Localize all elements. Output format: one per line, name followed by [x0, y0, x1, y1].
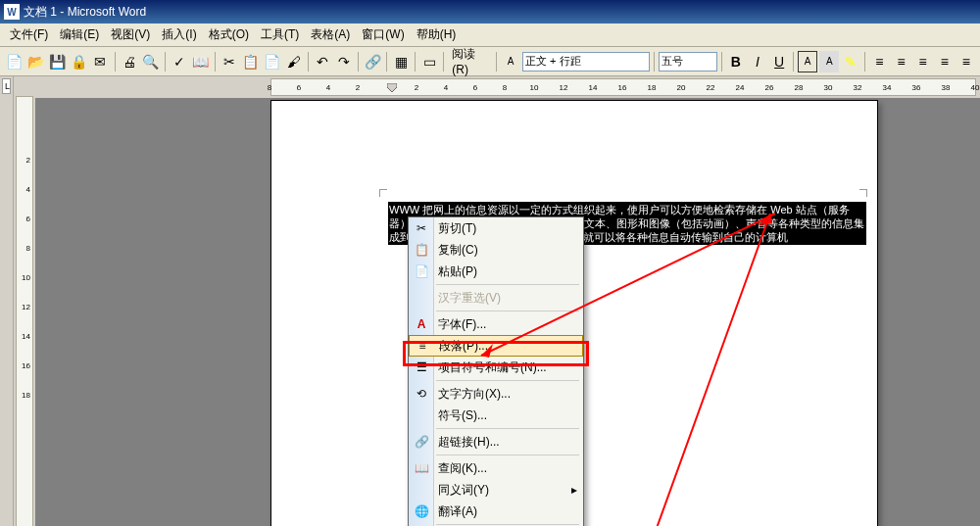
- margin-marker: [859, 189, 867, 197]
- cm-separator: [436, 380, 579, 381]
- cm-translate-label: 翻译(A): [438, 503, 477, 520]
- mail-button[interactable]: ✉: [90, 51, 110, 72]
- save-button[interactable]: 💾: [47, 51, 67, 72]
- translate-icon: 🌐: [413, 503, 430, 519]
- menu-insert[interactable]: 插入(I): [156, 24, 202, 45]
- font-size-select[interactable]: [659, 52, 717, 72]
- redo-button[interactable]: ↷: [334, 51, 354, 72]
- scissors-icon: ✂: [413, 220, 430, 236]
- cm-synonyms-label: 同义词(Y): [438, 482, 489, 499]
- char-border-button[interactable]: A: [798, 51, 817, 72]
- separator: [793, 52, 794, 72]
- cm-symbol-label: 符号(S)...: [438, 407, 487, 424]
- separator: [496, 52, 497, 72]
- menu-view[interactable]: 视图(V): [105, 24, 156, 45]
- cm-textdir-label: 文字方向(X)...: [438, 386, 511, 403]
- print-button[interactable]: 🖨: [119, 51, 138, 72]
- italic-button[interactable]: I: [748, 51, 767, 72]
- cm-translate[interactable]: 🌐 翻译(A): [409, 501, 583, 522]
- bullets-icon: ☰: [413, 359, 430, 375]
- preview-button[interactable]: 🔍: [141, 51, 161, 72]
- outline-pane[interactable]: L: [0, 76, 14, 526]
- distribute-button[interactable]: ≡: [956, 51, 976, 72]
- cm-separator: [436, 454, 579, 455]
- cm-symbol[interactable]: 符号(S)...: [409, 405, 583, 426]
- chevron-right-icon: ▸: [571, 483, 577, 497]
- char-shading-button[interactable]: A: [819, 51, 839, 72]
- undo-button[interactable]: ↶: [313, 51, 332, 72]
- underline-button[interactable]: U: [769, 51, 789, 72]
- paragraph-icon: ≡: [414, 338, 431, 354]
- window-title: 文档 1 - Microsoft Word: [24, 4, 146, 21]
- style-select[interactable]: [522, 52, 650, 72]
- new-doc-button[interactable]: 📄: [4, 51, 24, 72]
- svg-line-3: [643, 214, 770, 526]
- app-icon: W: [4, 4, 20, 20]
- workspace: L 24681012141618 86422468101214161820222…: [0, 76, 980, 526]
- separator: [165, 52, 166, 72]
- cm-lookup[interactable]: 📖 查阅(K)...: [409, 457, 583, 479]
- menu-tools[interactable]: 工具(T): [255, 24, 305, 45]
- outline-marker: L: [2, 78, 11, 94]
- annotation-arrow-2: [633, 204, 809, 526]
- paste-icon: 📄: [413, 263, 430, 279]
- cm-hyperlink[interactable]: 🔗 超链接(H)...: [409, 431, 583, 453]
- paste-button[interactable]: 📄: [263, 51, 282, 72]
- lookup-icon: 📖: [413, 460, 430, 476]
- separator: [308, 52, 309, 72]
- document-area: 8642246810121416182022242628303234363840…: [35, 76, 980, 526]
- separator: [415, 52, 416, 72]
- separator: [864, 52, 865, 72]
- menu-file[interactable]: 文件(F): [4, 24, 54, 45]
- spelling-button[interactable]: ✓: [170, 51, 189, 72]
- read-mode-button[interactable]: 阅读(R): [448, 46, 492, 76]
- title-bar: W 文档 1 - Microsoft Word: [0, 0, 980, 24]
- menu-bar: 文件(F) 编辑(E) 视图(V) 插入(I) 格式(O) 工具(T) 表格(A…: [0, 24, 980, 47]
- cm-synonyms[interactable]: 同义词(Y) ▸: [409, 479, 583, 501]
- text-direction-icon: ⟲: [413, 386, 430, 402]
- permission-button[interactable]: 🔒: [69, 51, 88, 72]
- open-button[interactable]: 📂: [25, 51, 45, 72]
- tables-button[interactable]: ▦: [391, 51, 411, 72]
- cm-text-direction[interactable]: ⟲ 文字方向(X)...: [409, 383, 583, 405]
- menu-window[interactable]: 窗口(W): [356, 24, 410, 45]
- cm-lookup-label: 查阅(K)...: [438, 460, 487, 477]
- hyperlink-icon: 🔗: [413, 434, 430, 450]
- align-center-button[interactable]: ≡: [891, 51, 910, 72]
- cm-hyperlink-label: 超链接(H)...: [438, 434, 500, 451]
- align-left-button[interactable]: ≡: [869, 51, 889, 72]
- menu-edit[interactable]: 编辑(E): [54, 24, 105, 45]
- menu-table[interactable]: 表格(A): [305, 24, 356, 45]
- align-justify-button[interactable]: ≡: [935, 51, 955, 72]
- horizontal-ruler[interactable]: 8642246810121416182022242628303234363840…: [35, 76, 980, 98]
- align-right-button[interactable]: ≡: [913, 51, 933, 72]
- first-line-indent-marker[interactable]: [387, 78, 397, 87]
- separator: [358, 52, 359, 72]
- cm-separator: [436, 524, 579, 525]
- toolbar: 📄 📂 💾 🔒 ✉ 🖨 🔍 ✓ 📖 ✂ 📋 📄 🖌 ↶ ↷ 🔗 ▦ ▭ 阅读(R…: [0, 47, 980, 76]
- styles-button[interactable]: A: [501, 51, 520, 72]
- separator: [654, 52, 655, 72]
- font-icon: A: [413, 316, 430, 332]
- svg-marker-4: [759, 214, 772, 225]
- margin-marker: [379, 189, 387, 197]
- highlight-button[interactable]: ✎: [841, 51, 860, 72]
- menu-help[interactable]: 帮助(H): [411, 24, 463, 45]
- copy-button[interactable]: 📋: [241, 51, 261, 72]
- separator: [115, 52, 116, 72]
- svg-marker-0: [387, 83, 397, 92]
- vertical-ruler[interactable]: 24681012141618: [14, 76, 35, 526]
- separator: [721, 52, 722, 72]
- separator: [443, 52, 444, 72]
- separator: [215, 52, 216, 72]
- cm-separator: [436, 428, 579, 429]
- copy-icon: 📋: [413, 242, 430, 258]
- hyperlink-button[interactable]: 🔗: [363, 51, 382, 72]
- format-painter-button[interactable]: 🖌: [284, 51, 304, 72]
- border-button[interactable]: ▭: [419, 51, 439, 72]
- bold-button[interactable]: B: [726, 51, 746, 72]
- research-button[interactable]: 📖: [191, 51, 211, 72]
- menu-format[interactable]: 格式(O): [203, 24, 255, 45]
- cut-button[interactable]: ✂: [220, 51, 239, 72]
- separator: [386, 52, 387, 72]
